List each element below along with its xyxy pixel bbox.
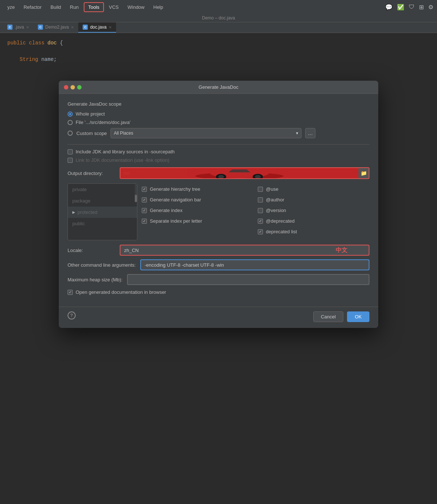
gen-navbar-checkbox[interactable]: [142, 197, 147, 202]
menu-window[interactable]: Window: [124, 3, 148, 11]
open-browser-row: Open generated documentation in browser: [68, 289, 369, 295]
options-col-1: Generate hierarchy tree Generate navigat…: [137, 183, 253, 240]
help-button[interactable]: ?: [68, 311, 76, 319]
locale-row: Locale: 中文: [68, 245, 369, 256]
link-jdk-row: Link to JDK documentation (use -link opt…: [68, 157, 369, 163]
editor-area: public class doc { String name;: [0, 33, 437, 77]
dialog-titlebar: Generate JavaDoc: [59, 81, 378, 94]
scope-dropdown[interactable]: All Places ▾: [111, 128, 301, 138]
include-jdk-row: Include JDK and library sources in -sour…: [68, 149, 369, 154]
gen-index-checkbox[interactable]: [142, 208, 147, 213]
tab-demo2[interactable]: C Demo2.java ✕: [33, 22, 78, 33]
menu-yze[interactable]: yze: [4, 3, 18, 11]
scope-dropdown-value: All Places: [114, 131, 133, 136]
scope-whole-project-radio[interactable]: [68, 112, 73, 117]
output-input-wrap: 📁: [120, 167, 369, 179]
layout-icon[interactable]: ⊞: [419, 4, 424, 11]
visibility-private-label: private: [72, 187, 87, 192]
sep-index-label: Separate index per letter: [150, 218, 202, 224]
title-text: Demo – doc.java: [202, 15, 235, 21]
tab-icon-demo2: C: [38, 25, 43, 30]
divider-1: [68, 144, 369, 145]
dialog-box: Generate JavaDoc Generate JavaDoc scope …: [59, 81, 378, 328]
scope-more-button[interactable]: …: [305, 128, 315, 138]
scope-custom-row: Custom scope All Places ▾ …: [68, 128, 369, 138]
tab-close-demo2[interactable]: ✕: [71, 25, 74, 29]
menu-help[interactable]: Help: [150, 3, 167, 11]
menu-refactor[interactable]: Refactor: [20, 3, 45, 11]
chevron-down-icon: ▾: [296, 131, 298, 136]
locale-label: Locale:: [68, 248, 115, 253]
titlebar: Demo – doc.java: [0, 14, 437, 22]
car-image: [188, 167, 291, 179]
close-button[interactable]: [64, 85, 68, 90]
tab-close-java[interactable]: ✕: [26, 25, 29, 29]
visibility-package[interactable]: package: [68, 195, 135, 207]
gen-hierarchy-checkbox[interactable]: [142, 187, 147, 192]
deprecated-tag-label: @deprecated: [266, 218, 295, 224]
gen-index-row: Generate index: [142, 208, 249, 213]
use-tag-checkbox[interactable]: [258, 187, 263, 192]
menu-tools[interactable]: Tools: [84, 2, 104, 12]
tab-doc[interactable]: C doc.java ✕: [78, 22, 116, 33]
visibility-protected[interactable]: ▶ protected: [68, 207, 137, 218]
wechat-icon[interactable]: 💬: [385, 4, 393, 11]
check-icon[interactable]: ✅: [397, 4, 404, 11]
deprecated-list-checkbox[interactable]: [258, 229, 263, 234]
cancel-button[interactable]: Cancel: [313, 311, 343, 322]
deprecated-list-row: deprecated list: [258, 229, 365, 234]
heap-input[interactable]: [127, 274, 369, 285]
version-tag-row: @version: [258, 208, 365, 213]
scope-custom-radio[interactable]: [68, 131, 73, 136]
options-section: private package ▶ protected public: [68, 183, 369, 240]
args-input[interactable]: [140, 259, 369, 270]
visibility-private[interactable]: private: [68, 184, 135, 195]
visibility-public[interactable]: public: [68, 218, 137, 229]
ok-button[interactable]: OK: [347, 311, 369, 322]
tab-label-doc: doc.java: [90, 25, 106, 30]
menubar: yze Refactor Build Run Tools VCS Window …: [0, 0, 437, 14]
scope-whole-project-label: Whole project: [76, 111, 105, 117]
open-browser-label: Open generated documentation in browser: [76, 289, 166, 295]
gen-hierarchy-row: Generate hierarchy tree: [142, 186, 249, 192]
tabs-bar: C .java ✕ C Demo2.java ✕ C doc.java ✕: [0, 22, 437, 33]
options-col-2: @use @author @version @deprecated: [253, 183, 369, 240]
link-jdk-checkbox[interactable]: [68, 158, 73, 163]
locale-input[interactable]: [120, 245, 369, 256]
args-label: Other command line arguments:: [68, 262, 136, 268]
deprecated-tag-checkbox[interactable]: [258, 219, 263, 224]
author-tag-row: @author: [258, 197, 365, 202]
open-browser-checkbox[interactable]: [68, 290, 73, 295]
output-folder-button[interactable]: 📁: [358, 168, 369, 178]
gear-icon[interactable]: ⚙: [428, 4, 433, 11]
author-tag-label: @author: [266, 197, 284, 202]
visibility-package-label: package: [72, 198, 90, 204]
version-tag-checkbox[interactable]: [258, 208, 263, 213]
sep-index-checkbox[interactable]: [142, 219, 147, 224]
scope-file-radio[interactable]: [68, 120, 73, 125]
scope-custom-label: Custom scope: [76, 131, 107, 136]
visibility-protected-label: protected: [77, 209, 97, 215]
heap-row: Maximum heap size (Mb):: [68, 274, 369, 285]
menu-vcs[interactable]: VCS: [105, 3, 123, 11]
tab-close-doc[interactable]: ✕: [109, 25, 112, 29]
dialog-title: Generate JavaDoc: [65, 84, 372, 90]
maximize-button[interactable]: [77, 85, 82, 90]
shield-icon[interactable]: 🛡: [409, 4, 415, 10]
menu-run[interactable]: Run: [66, 3, 82, 11]
code-line-2: [7, 47, 430, 55]
minimize-button[interactable]: [71, 85, 75, 90]
code-line-3: String name;: [7, 55, 430, 63]
include-jdk-checkbox[interactable]: [68, 149, 73, 154]
gen-navbar-label: Generate navigation bar: [150, 197, 201, 202]
author-tag-checkbox[interactable]: [258, 197, 263, 202]
deprecated-tag-row: @deprecated: [258, 218, 365, 224]
dialog-buttons: ? Cancel OK: [59, 307, 378, 328]
output-directory-label: Output directory:: [68, 171, 115, 176]
menu-build[interactable]: Build: [47, 3, 65, 11]
tab-label-java: .java: [15, 25, 24, 30]
link-jdk-label: Link to JDK documentation (use -link opt…: [76, 157, 169, 163]
svg-point-5: [255, 175, 261, 179]
tab-java[interactable]: C .java ✕: [3, 22, 33, 33]
scope-whole-project-row: Whole project: [68, 111, 369, 117]
